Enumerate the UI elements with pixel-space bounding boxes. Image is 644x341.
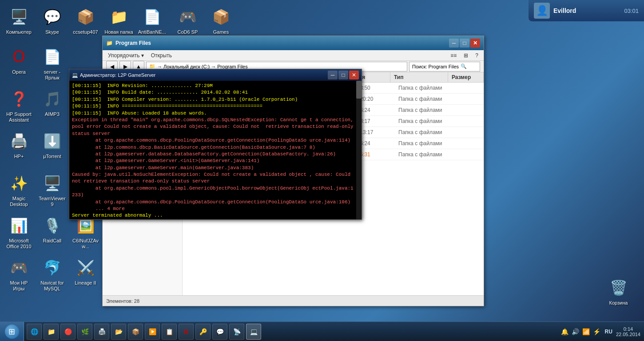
taskbar-item-6[interactable]: 📂 [111,324,126,340]
col-size[interactable]: Размер [448,72,484,82]
desktop-icon-new-folder[interactable]: 📁 Новая папка [102,4,135,37]
desktop-icon-teamviewer-br[interactable]: 📡 [635,275,644,302]
raidcall-label: RaidCall [43,238,62,244]
taskbar-item-3[interactable]: 🔴 [60,324,76,340]
taskbar-item-cmd[interactable]: 💻 [246,324,261,340]
desktop-icon-games[interactable]: 📦 Games [204,4,238,37]
file-size [448,109,484,111]
search-field[interactable]: Поиск: Program Files 🔍 [409,62,480,71]
desktop-icon-myhp[interactable]: 🎮 Мои HP Игры [2,255,36,293]
desktop-icon-raidcall[interactable]: 🎙️ RaidCall [36,213,69,246]
col-type[interactable]: Тип [390,72,448,82]
console-line: [00:11:15] INFO Abuse: Loaded 18 abuse w… [72,110,354,117]
taskbar-lang: RU [605,329,612,335]
minimize-button[interactable]: ─ [449,39,459,48]
desktop-icon-server[interactable]: 📄 server - Ярлык [36,44,69,83]
address-text: → Локальный диск (C:) → Program Files [157,64,248,69]
taskbar-item-ie[interactable]: 🌐 [27,324,42,340]
tray-icon-1[interactable]: 🔔 [561,327,569,336]
taskbar-item-opera[interactable]: O [179,324,194,340]
antiban-icon: 📄 [142,6,163,28]
taskbar-item-8[interactable]: ▶️ [145,324,160,340]
desktop-icon-utorrent[interactable]: ⬇️ µTorrent [36,129,69,161]
desktop-icon-hp-support[interactable]: ❓ HP Support Assistant [2,87,36,125]
desktop-icon-antiban[interactable]: 📄 AntiBanNE... [135,4,169,37]
desktop-icon-computer[interactable]: 🖥️ Компьютер [2,4,36,37]
desktop-icon-skype[interactable]: 💬 Skype [36,4,69,37]
file-explorer-titlebar: 📁 Program Files ─ □ ✕ [103,36,484,50]
taskbar-icon-5: 🖨️ [98,328,105,335]
desktop-icon-ccsetup[interactable]: 📦 ccsetup407 [69,4,102,37]
taskbar-item-4[interactable]: 🌿 [77,324,92,340]
console-line: Caused by: java.util.NoSuchElementExcept… [72,171,354,185]
magic-icon: ✨ [8,173,30,194]
ccsetup-icon: 📦 [75,6,96,28]
maximize-button[interactable]: □ [460,39,469,48]
teamviewer-label: TeamViewer 9 [37,196,67,207]
desktop-icon-cod6[interactable]: 🎮 CoD6 SP [171,4,204,37]
myhp-label: Мои HP Игры [4,280,34,292]
desktop-icon-recycle[interactable]: 🗑️ Корзина [602,275,635,308]
desktop-icon-opera[interactable]: O Opera [2,44,36,77]
tv-taskbar-icon: 📡 [233,328,240,335]
skype-label: Skype [45,29,59,35]
desktop-icon-navicat[interactable]: 🐬 Navicat for MySQL [36,255,69,293]
navicat-label: Navicat for MySQL [37,280,67,292]
file-size [448,98,484,100]
console-minimize[interactable]: ─ [328,71,338,79]
office-label: Microsoft Office 2010 [4,238,34,250]
file-type: Папка с файлами [395,128,448,136]
desktop-icon-hp-plus[interactable]: 🖨️ HP+ [2,129,36,161]
console-output: [00:11:15] INFO Revision: ..............… [69,81,356,219]
desktop-icon-magic[interactable]: ✨ Magic Desktop [2,171,36,209]
console-line: at org.apache.commons.dbcp.PoolingDataSo… [72,199,354,206]
file-type: Папка с файлами [395,106,448,114]
taskbar-item-folder[interactable]: 📁 [44,324,59,340]
tray-icon-4[interactable]: ⚡ [592,327,601,336]
taskbar-item-5[interactable]: 🖨️ [94,324,109,340]
taskbar-item-skype[interactable]: 💬 [212,324,227,340]
raidcall-icon: 🎙️ [42,215,63,236]
tray-icon-2[interactable]: 🔊 [571,327,580,336]
utorrent-icon: ⬇️ [42,131,63,152]
menu-organize[interactable]: Упорядочить ▾ [104,50,147,61]
taskbar-item-9[interactable]: 📋 [162,324,177,340]
console-close[interactable]: ✕ [349,71,359,79]
console-scrollbar[interactable] [356,81,362,219]
user-avatar: 👤 [534,3,550,19]
taskbar-item-7[interactable]: 📦 [128,324,143,340]
menu-layout[interactable]: ⊞ [460,50,472,61]
tray-icon-3[interactable]: 📶 [582,327,591,336]
menu-open[interactable]: Открыть [147,50,175,61]
desktop-icon-lineage2[interactable]: ⚔️ Lineage II [69,255,102,288]
desktop-icon-teamviewer[interactable]: 🖥️ TeamViewer 9 [36,171,69,209]
desktop-icon-aimp3[interactable]: 🎵 AIMP3 [36,87,69,119]
skype-taskbar-icon: 💬 [216,328,223,335]
clock-time: 0:14 [624,326,633,332]
taskbar-item-tv[interactable]: 📡 [229,324,244,340]
file-explorer-title: Program Files [115,40,446,46]
console-line: at l2p.commons.dbcp.BasicDataSource.getC… [72,144,354,151]
window-controls: ─ □ ✕ [449,39,480,48]
scroll-thumb[interactable] [356,81,362,99]
windows-logo-icon: ⊞ [8,327,15,337]
menu-views[interactable]: ≡≡ [447,50,460,61]
ccsetup-label: ccsetup407 [73,29,98,35]
status-text: Элементов: 28 [106,298,139,304]
magic-label: Magic Desktop [4,196,34,207]
close-button[interactable]: ✕ [470,39,480,48]
console-line: at l2p.gameserver.GameServer.<init>(Game… [72,158,354,164]
myhp-icon: 🎮 [8,257,30,278]
console-maximize[interactable]: □ [338,71,348,79]
start-button[interactable]: ⊞ [0,322,24,341]
taskbar-item-key[interactable]: 🔑 [195,324,211,340]
status-bar: Элементов: 28 [103,295,484,306]
console-window: 💻 Администратор: L2P GameServer ─ □ ✕ [0… [69,69,362,220]
file-size [448,154,484,155]
console-line: [00:11:15] INFO Build date: ............… [72,89,354,96]
user-profile: 👤 Evillord 03:01 [529,0,644,21]
file-size [448,143,484,144]
menu-help[interactable]: ? [472,50,482,61]
games-icon: 📦 [211,6,232,28]
desktop-icon-office[interactable]: 📊 Microsoft Office 2010 [2,213,36,251]
